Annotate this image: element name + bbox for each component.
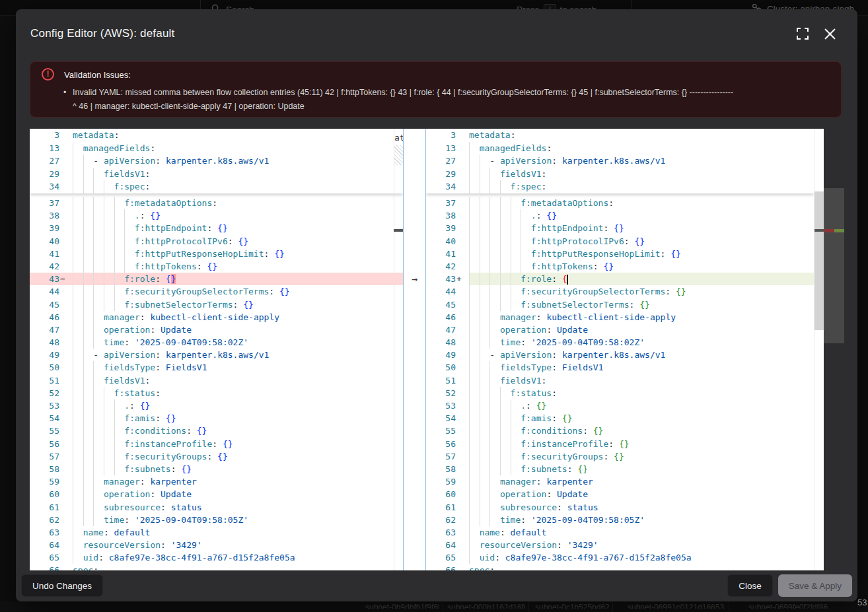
code-line-61: 61subresource: status [30, 501, 403, 514]
code-line-44: 44f:securityGroupSelectorTerms: {} [426, 285, 814, 298]
error-icon: ! [42, 68, 54, 81]
code-line-40: 40f:httpProtocolIPv6: {} [426, 235, 814, 248]
close-dialog-button[interactable] [822, 28, 837, 42]
code-line-63: 63name: default [30, 526, 403, 539]
code-line-41: 41f:httpPutResponseHopLimit: {} [30, 248, 403, 260]
overview-ruler-deletion-mark [824, 229, 834, 232]
code-line-48: 48time: '2025-09-04T09:58:02Z' [30, 336, 403, 349]
code-line-56: 56f:instanceProfile: {} [30, 438, 403, 450]
code-line-57: 57f:securityGroups: {} [30, 450, 403, 463]
code-line-66: 66spec: [426, 564, 814, 570]
scrollbar-position-marker-right [814, 229, 824, 232]
validation-issue-line1: Invalid YAML: missed comma between flow … [73, 86, 826, 100]
code-line-27: 27- apiVersion: karpenter.k8s.aws/v1 [30, 154, 403, 168]
code-line-38: 38.: {} [30, 209, 403, 222]
diff-pane-modified[interactable]: 3metadata:13managedFields:27- apiVersion… [426, 129, 814, 570]
code-line-48: 48time: '2025-09-04T09:58:02Z' [426, 336, 814, 349]
code-line-34: 34f:spec: [30, 180, 403, 193]
code-line-59: 59manager: karpenter [30, 475, 403, 488]
code-lines-modified[interactable]: 37f:metadataOptions:38.: {}39f:httpEndpo… [426, 193, 814, 570]
code-line-34: 34f:spec: [426, 180, 814, 193]
code-line-43: 43+f:role: { [426, 273, 814, 285]
code-line-37: 37f:metadataOptions: [30, 197, 403, 209]
code-line-47: 47operation: Update [426, 323, 814, 336]
code-line-52: 52f:status: [30, 387, 403, 399]
pane-edge-line [394, 129, 394, 570]
code-line-50: 50fieldsType: FieldsV1 [30, 361, 403, 374]
code-line-59: 59manager: karpenter [426, 475, 814, 488]
close-icon [824, 28, 836, 42]
code-line-58: 58f:subnets: {} [426, 463, 814, 475]
code-line-39: 39f:httpEndpoint: {} [426, 222, 814, 234]
validation-issue-line2: ^ 46 | manager: kubectl-client-side-appl… [73, 100, 826, 114]
validation-issues-banner: ! Validation Issues: • Invalid YAML: mis… [30, 61, 842, 118]
code-line-54: 54f:amis: {} [426, 412, 814, 425]
code-line-53: 53.: {} [30, 399, 403, 412]
code-line-51: 51fieldsV1: [426, 374, 814, 387]
code-line-65: 65uid: c8afe97e-38cc-4f91-a767-d15f2a8fe… [30, 551, 403, 564]
code-line-29: 29fieldsV1: [426, 168, 814, 181]
code-line-13: 13managedFields: [426, 142, 814, 155]
code-line-62: 62time: '2025-09-04T09:58:05Z' [426, 514, 814, 526]
overview-ruler-insertion-mark [834, 229, 844, 232]
code-line-56: 56f:instanceProfile: {} [426, 438, 814, 450]
revert-change-arrow[interactable]: → [404, 273, 425, 285]
config-editor-dialog: Config Editor (AWS): default ! Validatio… [16, 9, 857, 601]
editor-scrollbar[interactable] [814, 129, 824, 570]
code-line-29: 29fieldsV1: [30, 168, 403, 181]
code-line-66: 66spec: [30, 564, 403, 570]
code-line-55: 55f:conditions: {} [426, 425, 814, 437]
sticky-scroll-original: 3metadata:13managedFields:27- apiVersion… [30, 129, 403, 193]
code-line-61: 61subresource: status [426, 501, 814, 514]
code-line-42: 42f:httpTokens: {} [30, 260, 403, 273]
validation-issue-text: • Invalid YAML: missed comma between flo… [73, 86, 826, 114]
code-line-45: 45f:subnetSelectorTerms: {} [30, 298, 403, 311]
code-line-65: 65uid: c8afe97e-38cc-4f91-a767-d15f2a8fe… [426, 551, 814, 564]
code-line-43: 43−f:role: {} [30, 273, 403, 285]
code-line-49: 49- apiVersion: karpenter.k8s.aws/v1 [30, 349, 403, 361]
fullscreen-button[interactable] [795, 28, 810, 42]
sticky-scroll-modified: 3metadata:13managedFields:27- apiVersion… [426, 129, 814, 193]
code-lines-original[interactable]: 37f:metadataOptions:38.: {}39f:httpEndpo… [30, 193, 403, 570]
code-line-46: 46manager: kubectl-client-side-apply [426, 311, 814, 323]
bullet-icon: • [63, 86, 66, 100]
validation-heading: Validation Issues: [64, 70, 131, 80]
code-line-40: 40f:httpProtocolIPv6: {} [30, 235, 403, 248]
code-line-55: 55f:conditions: {} [30, 425, 403, 437]
code-line-39: 39f:httpEndpoint: {} [30, 222, 403, 234]
code-line-41: 41f:httpPutResponseHopLimit: {} [426, 248, 814, 260]
code-line-64: 64resourceVersion: '3429' [30, 539, 403, 551]
code-line-50: 50fieldsType: FieldsV1 [426, 361, 814, 374]
code-line-46: 46manager: kubectl-client-side-apply [30, 311, 403, 323]
code-line-54: 54f:amis: {} [30, 412, 403, 425]
code-line-53: 53.: {} [426, 399, 814, 412]
overview-ruler-slider[interactable] [824, 188, 844, 343]
code-line-58: 58f:subnets: {} [30, 463, 403, 475]
code-line-63: 63name: default [426, 526, 814, 539]
code-line-45: 45f:subnetSelectorTerms: {} [426, 298, 814, 311]
unchanged-region-hatch [394, 145, 403, 165]
save-apply-button[interactable]: Save & Apply [778, 574, 852, 597]
code-line-49: 49- apiVersion: karpenter.k8s.aws/v1 [426, 349, 814, 361]
fullscreen-icon [797, 28, 809, 42]
code-line-47: 47operation: Update [30, 323, 403, 336]
undo-changes-button[interactable]: Undo Changes [21, 574, 103, 597]
dialog-title: Config Editor (AWS): default [30, 27, 175, 40]
code-line-37: 37f:metadataOptions: [426, 197, 814, 209]
code-line-3: 3metadata: [30, 129, 403, 142]
clipped-text-fragment: at [394, 133, 403, 145]
scrollbar-position-marker-left [394, 229, 403, 232]
code-line-57: 57f:securityGroups: {} [426, 450, 814, 463]
diff-pane-original[interactable]: 3metadata:13managedFields:27- apiVersion… [30, 129, 403, 570]
scrollbar-thumb[interactable] [814, 191, 824, 330]
code-line-42: 42f:httpTokens: {} [426, 260, 814, 273]
code-line-62: 62time: '2025-09-04T09:58:05Z' [30, 514, 403, 526]
yaml-diff-editor[interactable]: 3metadata:13managedFields:27- apiVersion… [30, 129, 824, 570]
code-line-64: 64resourceVersion: '3429' [426, 539, 814, 551]
code-line-3: 3metadata: [426, 129, 814, 142]
diff-sash[interactable]: → [403, 129, 426, 570]
code-line-60: 60operation: Update [426, 488, 814, 500]
background-table-overflow-text: 53 [857, 597, 867, 607]
close-button[interactable]: Close [727, 574, 773, 597]
dialog-footer: Undo Changes Close Save & Apply [21, 574, 852, 597]
